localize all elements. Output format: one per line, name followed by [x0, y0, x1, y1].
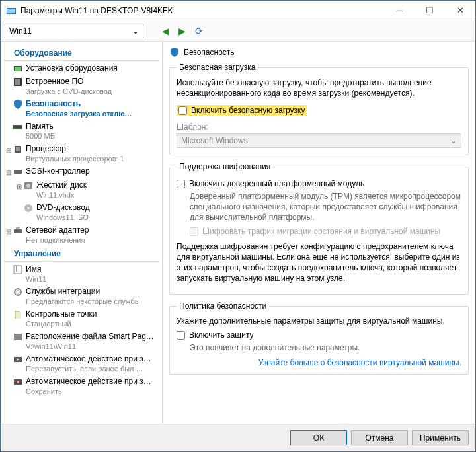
sidebar-item-hdd[interactable]: ⊞ Жесткий дискWin11.vhdx [3, 179, 159, 202]
svg-point-12 [26, 184, 30, 188]
enable-tpm-checkbox[interactable]: Включить доверенный платформенный модуль [177, 179, 461, 188]
expand-icon[interactable]: ⊞ [15, 182, 23, 192]
secure-boot-desc: Используйте безопасную загрузку, чтобы п… [177, 77, 461, 98]
prev-icon[interactable]: ◀ [162, 26, 169, 36]
panel-title: Безопасность [184, 48, 235, 57]
sidebar-item-network[interactable]: ⊞ Сетевой адаптерНет подключения [3, 224, 159, 246]
sidebar-item-name[interactable]: I ИмяWin11 [3, 263, 159, 285]
template-select: Microsoft Windows ⌄ [177, 133, 461, 148]
svg-rect-16 [16, 227, 20, 229]
svg-rect-21 [16, 312, 21, 319]
policy-desc: Укажите дополнительные параметры защиты … [177, 316, 461, 326]
ok-button[interactable]: ОК [290, 430, 347, 445]
svg-rect-1 [7, 9, 15, 13]
policy-group: Политика безопасности Укажите дополнител… [169, 301, 469, 375]
sidebar-item-processor[interactable]: ⊞ ПроцессорВиртуальных процессоров: 1 [3, 143, 159, 165]
cancel-button[interactable]: Отмена [351, 430, 408, 445]
toolbar: Win11 ⌄ ◀ ▶ ⟳ [1, 20, 475, 42]
expand-icon[interactable]: ⊞ [5, 227, 13, 237]
vm-selector[interactable]: Win11 ⌄ [5, 24, 143, 38]
close-button[interactable]: ✕ [445, 1, 475, 20]
collapse-icon[interactable]: ⊟ [5, 168, 13, 178]
encrypt-traffic-checkbox: Шифровать трафик миграции состояния и ви… [190, 227, 461, 236]
encryption-legend: Поддержка шифрования [177, 162, 273, 171]
policy-legend: Политика безопасности [177, 301, 269, 311]
svg-rect-9 [16, 147, 20, 151]
secure-boot-group: Безопасная загрузка Используйте безопасн… [169, 63, 469, 155]
window-title: Параметры Win11 на DESKTOP-V8I4KFK [20, 6, 384, 15]
sidebar-item-memory[interactable]: Память5000 МБ [3, 120, 159, 143]
panel-header: Безопасность [169, 47, 469, 57]
sidebar-item-integration[interactable]: Службы интеграцииПредлагаются некоторые … [3, 285, 159, 308]
template-label: Шаблон: [177, 122, 461, 132]
checkpoints-icon [13, 309, 23, 320]
svg-rect-7 [14, 126, 22, 128]
titlebar: Параметры Win11 на DESKTOP-V8I4KFK ─ ☐ ✕ [1, 1, 475, 20]
enable-secure-boot-checkbox[interactable]: Включить безопасную загрузку [177, 105, 307, 116]
auto-start-icon [13, 354, 23, 365]
integration-icon [13, 287, 23, 297]
enable-shielding-input[interactable] [177, 331, 185, 340]
next-icon[interactable]: ▶ [178, 26, 186, 36]
sidebar-item-auto-stop[interactable]: Автоматическое действие при за…Сохранить [3, 375, 159, 398]
network-icon [13, 225, 23, 236]
svg-rect-5 [15, 79, 20, 85]
sidebar-item-paging[interactable]: Расположение файла Smart PagingV:\win11\… [3, 330, 159, 353]
svg-point-14 [28, 207, 30, 209]
secure-boot-legend: Безопасная загрузка [177, 63, 258, 72]
svg-rect-10 [14, 170, 22, 174]
settings-panel: Безопасность Безопасная загрузка Использ… [163, 42, 475, 424]
sidebar-item-scsi[interactable]: ⊟ SCSI-контроллер [3, 165, 159, 179]
sidebar: Оборудование Установка оборудования Встр… [1, 42, 163, 424]
enable-tpm-input[interactable] [177, 180, 185, 188]
sidebar-item-security[interactable]: БезопасностьБезопасная загрузка отклю… [3, 98, 159, 120]
sidebar-category-management: Управление [3, 246, 159, 262]
add-hardware-icon [13, 63, 23, 74]
encryption-group: Поддержка шифрования Включить доверенный… [169, 162, 469, 295]
shield-icon [169, 47, 180, 57]
security-learn-more-link[interactable]: Узнайте больше о безопасности виртуально… [177, 358, 461, 367]
hdd-icon [23, 180, 34, 191]
sidebar-item-auto-start[interactable]: Автоматическое действие при за…Перезапус… [3, 353, 159, 375]
memory-icon [13, 122, 23, 132]
tpm-desc: Доверенный платформенный модуль (TPM) яв… [190, 191, 461, 223]
chevron-down-icon: ⌄ [450, 136, 457, 145]
sidebar-item-checkpoints[interactable]: Контрольные точкиСтандартный [3, 308, 159, 330]
enable-secure-boot-input[interactable] [178, 106, 187, 115]
auto-stop-icon [13, 377, 23, 387]
apply-button[interactable]: Применить [412, 430, 469, 445]
app-icon [6, 5, 17, 16]
cpu-icon [13, 144, 23, 155]
content-area: Оборудование Установка оборудования Встр… [1, 42, 475, 424]
sidebar-category-hardware: Оборудование [3, 46, 159, 61]
scsi-icon [13, 167, 23, 177]
svg-rect-22 [14, 334, 22, 340]
sidebar-item-firmware[interactable]: Встроенное ПОЗагрузка с CVD-дисковод [3, 75, 159, 98]
paging-icon [13, 332, 23, 342]
sidebar-item-add-hardware[interactable]: Установка оборудования [3, 62, 159, 75]
svg-rect-26 [17, 381, 19, 383]
expand-icon[interactable]: ⊞ [5, 145, 13, 155]
svg-text:I: I [15, 264, 17, 274]
enable-shielding-checkbox[interactable]: Включить защиту [177, 330, 461, 340]
minimize-button[interactable]: ─ [384, 1, 415, 20]
sidebar-item-dvd[interactable]: DVD-дисководWindows11.ISO [3, 202, 159, 224]
svg-rect-15 [14, 229, 22, 233]
encrypt-traffic-input [190, 227, 198, 236]
chevron-down-icon: ⌄ [132, 26, 139, 36]
shielding-sub: Это повлияет на дополнительные параметры… [190, 342, 461, 353]
button-bar: ОК Отмена Применить [1, 424, 475, 451]
firmware-icon [13, 77, 23, 87]
dvd-icon [23, 203, 34, 213]
refresh-icon[interactable]: ⟳ [195, 26, 203, 36]
vm-selector-value: Win11 [9, 26, 132, 36]
name-icon: I [13, 264, 23, 275]
maximize-button[interactable]: ☐ [415, 1, 445, 20]
svg-rect-3 [15, 67, 21, 71]
shield-icon [13, 99, 23, 110]
guard-desc: Поддержка шифрования требует конфигураци… [177, 241, 461, 283]
